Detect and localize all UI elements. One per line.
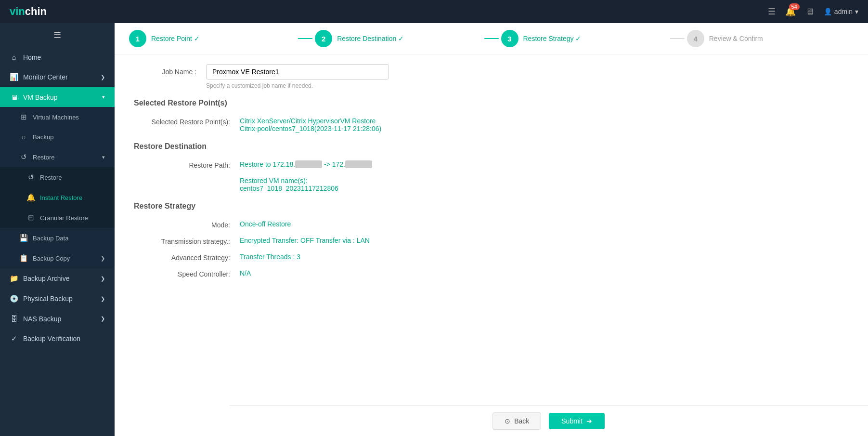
mode-label: Mode: (134, 220, 230, 229)
logo-chin: chin (25, 5, 47, 17)
virtual-machines-icon: ⊞ (19, 113, 28, 121)
back-button[interactable]: ⊙ Back (492, 412, 541, 430)
topbar-right: ☰ 🔔 54 🖥 👤 admin ▾ (768, 6, 858, 17)
logo: vinchin (10, 5, 47, 18)
sidebar-label-virtual-machines: Virtual Machines (33, 114, 79, 121)
monitor-icon[interactable]: 🖥 (805, 7, 814, 17)
step-2-label: Restore Destination ✓ (337, 35, 404, 42)
step-1-circle: 1 (129, 30, 146, 47)
mode-row: Mode: Once-off Restore (134, 220, 849, 229)
step-4-circle: 4 (687, 30, 704, 47)
form-content: Job Name : Specify a customized job name… (115, 54, 868, 436)
sidebar-label-vm-backup: VM Backup (23, 93, 58, 101)
sidebar-label-backup-verification: Backup Verification (23, 335, 80, 343)
step-1-label: Restore Point ✓ (151, 35, 200, 42)
bell-icon[interactable]: 🔔 54 (785, 6, 796, 17)
sidebar-label-backup-copy: Backup Copy (33, 255, 70, 262)
advanced-value: Transfer Threads : 3 (240, 253, 849, 261)
sidebar-item-home[interactable]: ⌂ Home (0, 47, 115, 67)
backup-icon: ○ (19, 133, 28, 141)
speed-row: Speed Controller: N/A (134, 269, 849, 278)
restore-path-row: Restore Path: Restore to 172.18.xxxxxxxx… (134, 160, 849, 169)
sidebar-item-backup-verification[interactable]: ✓ Backup Verification (0, 329, 115, 349)
transmission-label: Transmission strategy.: (134, 237, 230, 245)
sidebar-item-instant-restore[interactable]: 🔔 Instant Restore (0, 187, 115, 208)
connector-1 (298, 38, 312, 39)
backup-verification-icon: ✓ (10, 334, 18, 343)
job-name-row: Job Name : (134, 64, 849, 79)
bottom-bar: ⊙ Back Submit ➜ (229, 405, 868, 436)
sidebar-item-virtual-machines[interactable]: ⊞ Virtual Machines (0, 107, 115, 127)
submit-button[interactable]: Submit ➜ (549, 413, 605, 429)
restore-sub-icon: ↺ (26, 173, 35, 182)
sidebar-label-instant-restore: Instant Restore (40, 194, 82, 201)
restore-icon: ↺ (19, 153, 28, 161)
main-content: 1 Restore Point ✓ 2 Restore Destination … (115, 23, 868, 436)
restore-arrow: ▾ (102, 154, 105, 160)
speed-label: Speed Controller: (134, 269, 230, 278)
backup-copy-arrow: ❯ (101, 255, 105, 262)
logo-vin: vin (10, 5, 25, 17)
arrow-icon: ❯ (101, 74, 105, 80)
nas-backup-arrow: ❯ (101, 316, 105, 322)
user-menu[interactable]: 👤 admin ▾ (824, 8, 858, 15)
sidebar-item-backup-archive[interactable]: 📁 Backup Archive ❯ (0, 268, 115, 289)
sidebar-label-monitor: Monitor Center (23, 73, 68, 81)
backup-copy-icon: 📋 (19, 254, 28, 263)
notification-badge: 54 (789, 3, 800, 10)
step-3-label: Restore Strategy ✓ (523, 35, 582, 42)
sidebar-item-backup-copy[interactable]: 📋 Backup Copy ❯ (0, 248, 115, 268)
step-1: 1 Restore Point ✓ (129, 30, 296, 47)
sidebar-item-vm-backup[interactable]: 🖥 VM Backup ▾ (0, 87, 115, 107)
sidebar-item-nas-backup[interactable]: 🗄 NAS Backup ❯ (0, 309, 115, 329)
sidebar-label-restore: Restore (33, 154, 55, 161)
monitor-center-icon: 📊 (10, 73, 18, 81)
home-icon: ⌂ (10, 53, 18, 61)
restored-vm-label (134, 177, 230, 178)
job-name-label: Job Name : (134, 64, 196, 76)
notifications-icon[interactable]: ☰ (768, 6, 776, 17)
restore-points-row: Selected Restore Point(s): Citrix XenSer… (134, 117, 849, 132)
restore-path-value: Restore to 172.18.xxxxxxxx -> 172.xxxxxx… (240, 160, 849, 168)
connector-3 (670, 38, 685, 39)
section-restore-points: Selected Restore Point(s) (134, 99, 849, 110)
sidebar-label-backup-archive: Backup Archive (23, 275, 70, 282)
restore-points-value: Citrix XenServer/Citrix HypervisorVM Res… (240, 117, 849, 132)
granular-restore-icon: ⊟ (26, 213, 35, 222)
job-name-hint: Specify a customized job name if needed. (206, 82, 849, 89)
vm-backup-arrow: ▾ (102, 94, 105, 100)
restore-points-label: Selected Restore Point(s): (134, 117, 230, 126)
sidebar-label-backup: Backup (33, 133, 53, 141)
backup-archive-arrow: ❯ (101, 276, 105, 282)
sidebar-label-backup-data: Backup Data (33, 235, 68, 242)
step-3-circle: 3 (501, 30, 518, 47)
step-4: 4 Review & Confirm (687, 30, 854, 47)
sidebar-item-granular-restore[interactable]: ⊟ Granular Restore (0, 208, 115, 228)
section-restore-strategy: Restore Strategy (134, 202, 849, 213)
sidebar-label-nas-backup: NAS Backup (23, 315, 61, 323)
transmission-row: Transmission strategy.: Encrypted Transf… (134, 237, 849, 245)
sidebar-item-restore-sub[interactable]: ↺ Restore (0, 167, 115, 187)
step-3: 3 Restore Strategy ✓ (501, 30, 668, 47)
sidebar-item-backup[interactable]: ○ Backup (0, 127, 115, 147)
submit-arrow-icon: ➜ (586, 417, 592, 425)
restored-vm-value: Restored VM name(s): centos7_1018_202311… (240, 177, 849, 192)
sidebar-toggle[interactable]: ☰ (0, 23, 115, 47)
job-name-input[interactable] (206, 64, 389, 79)
sidebar-item-backup-data[interactable]: 💾 Backup Data (0, 228, 115, 248)
instant-restore-icon: 🔔 (26, 193, 35, 202)
sidebar-item-physical-backup[interactable]: 💿 Physical Backup ❯ (0, 289, 115, 309)
sidebar-item-monitor[interactable]: 📊 Monitor Center ❯ (0, 67, 115, 87)
restore-submenu: ↺ Restore 🔔 Instant Restore ⊟ Granular R… (0, 167, 115, 228)
wizard-steps: 1 Restore Point ✓ 2 Restore Destination … (115, 23, 868, 54)
section-restore-destination: Restore Destination (134, 142, 849, 154)
backup-data-icon: 💾 (19, 234, 28, 242)
physical-backup-icon: 💿 (10, 294, 18, 303)
step-2-circle: 2 (315, 30, 332, 47)
restored-vm-row: Restored VM name(s): centos7_1018_202311… (134, 177, 849, 192)
sidebar-label-restore-sub: Restore (40, 174, 62, 181)
layout: ☰ ⌂ Home 📊 Monitor Center ❯ 🖥 VM Backup … (0, 23, 868, 436)
back-arrow-icon: ⊙ (505, 417, 510, 425)
mode-value: Once-off Restore (240, 220, 849, 228)
sidebar-item-restore[interactable]: ↺ Restore ▾ (0, 147, 115, 167)
